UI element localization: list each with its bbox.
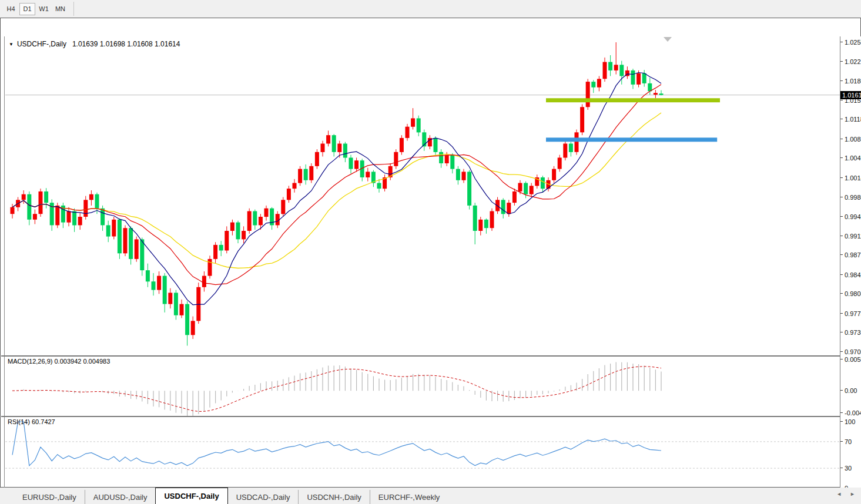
rsi-indicator-name: RSI(14)	[8, 418, 30, 425]
price-axis-label: 0.98420	[840, 271, 861, 278]
price-axis-label: 0.99110	[840, 233, 861, 240]
chart-ohlc-values: 1.01639 1.01698 1.01608 1.01614	[72, 40, 180, 48]
tab-usdcnh-daily[interactable]: USDCNH-,Daily	[298, 490, 369, 504]
timeframe-h4-button[interactable]: H4	[3, 3, 19, 15]
window-inner-edge	[4, 36, 5, 504]
tab-scroll-buttons: ◄ ►	[836, 491, 855, 497]
rsi-axis-label: 70	[840, 438, 852, 445]
rsi-panel[interactable]: RSI(14) 60.7427	[5, 417, 840, 491]
price-chart-panel[interactable]	[5, 37, 840, 355]
price-axis-label: 0.99800	[840, 194, 861, 201]
macd-chart[interactable]	[5, 357, 840, 416]
rsi-axis-label: 100	[840, 418, 855, 425]
macd-axis-label: -0.004243	[840, 409, 861, 416]
price-axis-label: 0.98770	[840, 251, 861, 258]
price-axis-label: 1.01180	[840, 116, 861, 123]
timeframe-w1-button[interactable]: W1	[36, 3, 52, 15]
macd-label: MACD(12,26,9) 0.003942 0.004983	[8, 358, 110, 365]
tab-audusd-daily[interactable]: AUDUSD-,Daily	[85, 490, 156, 504]
tab-scroll-left-icon[interactable]: ◄	[836, 491, 842, 497]
tab-eurusd-daily[interactable]: EURUSD-,Daily	[14, 490, 85, 504]
tab-usdchf-daily[interactable]: USDCHF-,Daily	[155, 488, 227, 504]
price-axis-label: 0.98080	[840, 290, 861, 297]
macd-indicator-name: MACD(12,26,9)	[8, 358, 52, 365]
chart-tab-bar: EURUSD-,Daily AUDUSD-,Daily USDCHF-,Dail…	[0, 488, 861, 504]
price-axis-label: 0.97050	[840, 348, 861, 355]
timeframe-d1-button[interactable]: D1	[19, 3, 35, 15]
price-axis-label: 1.01860	[840, 78, 861, 85]
rsi-label: RSI(14) 60.7427	[8, 418, 55, 425]
tab-eurchf-weekly[interactable]: EURCHF-,Weekly	[370, 490, 448, 504]
price-axis-label: 1.00140	[840, 174, 861, 182]
candlestick-chart[interactable]	[5, 37, 840, 355]
macd-values: 0.003942 0.004983	[54, 358, 110, 365]
price-axis-label: 0.97730	[840, 310, 861, 317]
price-axis-label: 1.00830	[840, 136, 861, 143]
timeframe-toolbar: H4 D1 W1 MN	[0, 0, 861, 18]
symbol-dropdown-icon[interactable]: ▼	[9, 42, 14, 47]
chart-window: MACD(12,26,9) 0.003942 0.004983 RSI(14) …	[0, 18, 861, 488]
price-axis-label: 0.97390	[840, 329, 861, 336]
chart-symbol-label: USDCHF-,Daily	[17, 40, 66, 48]
rsi-value: 60.7427	[32, 418, 55, 425]
tab-scroll-right-icon[interactable]: ►	[850, 491, 855, 497]
price-axis-label: 1.00490	[840, 154, 861, 162]
macd-panel[interactable]: MACD(12,26,9) 0.003942 0.004983	[5, 357, 840, 416]
macd-axis-label: 0.00597	[840, 356, 861, 363]
current-price-label: 1.01614	[840, 91, 861, 99]
rsi-chart[interactable]	[5, 417, 840, 491]
price-axis-label: 1.02550	[840, 39, 861, 46]
rsi-axis-label: 30	[840, 465, 852, 472]
price-axis[interactable]: 1.025501.022101.018601.015201.011801.008…	[840, 36, 861, 504]
chart-shift-marker-icon[interactable]	[664, 37, 672, 42]
tab-usdcad-daily[interactable]: USDCAD-,Daily	[228, 490, 299, 504]
price-axis-label: 1.02210	[840, 58, 861, 65]
timeframe-mn-button[interactable]: MN	[52, 3, 68, 15]
price-axis-label: 0.99450	[840, 213, 861, 220]
macd-axis-label: 0.00	[840, 387, 857, 394]
toolbar-separator	[73, 2, 74, 16]
chart-title: ▼ USDCHF-,Daily 1.01639 1.01698 1.01608 …	[9, 40, 180, 48]
